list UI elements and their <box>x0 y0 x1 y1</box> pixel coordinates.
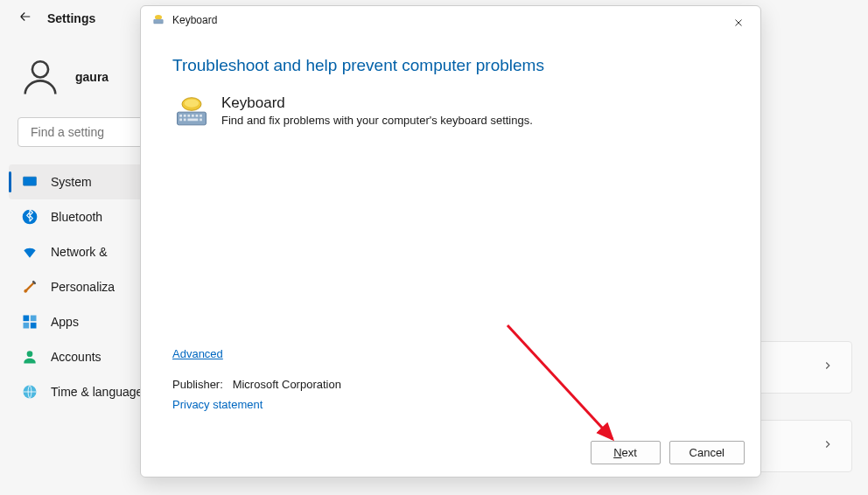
svg-rect-11 <box>154 19 164 24</box>
svg-rect-21 <box>179 119 182 122</box>
sidebar-item-label: Network & <box>51 245 108 259</box>
apps-icon <box>21 313 38 331</box>
sidebar-item-label: System <box>51 175 92 189</box>
svg-rect-22 <box>184 119 186 122</box>
settings-panel <box>756 341 852 495</box>
panel-row[interactable] <box>756 341 852 394</box>
chevron-right-icon <box>822 359 834 375</box>
system-icon <box>21 173 38 191</box>
svg-rect-7 <box>31 323 37 329</box>
svg-rect-24 <box>200 119 202 122</box>
dialog-title: Keyboard <box>172 14 217 26</box>
sidebar-item-label: Bluetooth <box>51 210 102 224</box>
svg-rect-5 <box>31 316 37 322</box>
publisher-value: Microsoft Corporation <box>233 378 341 391</box>
privacy-link[interactable]: Privacy statement <box>172 398 729 411</box>
svg-point-8 <box>27 351 33 357</box>
svg-rect-6 <box>24 323 30 329</box>
sidebar-item-label: Time & language <box>51 385 143 399</box>
svg-rect-20 <box>200 115 202 117</box>
dialog-titlebar: Keyboard <box>141 6 760 34</box>
panel-row[interactable] <box>756 420 852 472</box>
keyboard-section: Keyboard Find and fix problems with your… <box>172 94 729 133</box>
svg-rect-17 <box>187 115 190 117</box>
publisher-label: Publisher: <box>172 378 223 391</box>
svg-rect-19 <box>196 115 199 117</box>
next-label-rest: ext <box>622 446 637 459</box>
svg-point-10 <box>155 15 162 19</box>
sidebar-item-label: Personaliza <box>51 280 115 294</box>
dialog-footer: Next Cancel <box>141 429 760 477</box>
back-button[interactable] <box>18 9 33 28</box>
dialog-heading: Troubleshoot and help prevent computer p… <box>172 56 729 75</box>
svg-rect-16 <box>184 115 186 117</box>
arrow-left-icon <box>18 9 33 24</box>
globe-icon <box>21 383 38 401</box>
user-avatar-icon <box>18 54 63 100</box>
wifi-icon <box>21 243 38 261</box>
paintbrush-icon <box>21 278 38 296</box>
advanced-link[interactable]: Advanced <box>172 347 223 360</box>
keyboard-icon <box>172 94 211 133</box>
svg-rect-23 <box>187 119 198 122</box>
svg-rect-18 <box>192 115 194 117</box>
close-button[interactable] <box>725 13 752 36</box>
cancel-button[interactable]: Cancel <box>669 441 745 464</box>
sidebar-item-label: Accounts <box>51 350 102 364</box>
dialog-body: Troubleshoot and help prevent computer p… <box>141 34 760 429</box>
settings-title: Settings <box>47 11 95 25</box>
user-name: gaura <box>75 70 108 84</box>
keyboard-titlebar-icon <box>151 13 165 27</box>
bluetooth-icon <box>21 208 38 226</box>
svg-rect-15 <box>179 115 182 117</box>
section-description: Find and fix problems with your computer… <box>221 114 533 127</box>
troubleshooter-dialog: Keyboard Troubleshoot and help prevent c… <box>140 5 761 478</box>
svg-point-13 <box>185 100 200 108</box>
section-title: Keyboard <box>221 94 533 112</box>
chevron-right-icon <box>822 438 834 454</box>
sidebar-item-label: Apps <box>51 315 79 329</box>
publisher-row: Publisher: Microsoft Corporation <box>172 378 729 391</box>
svg-rect-4 <box>24 316 30 322</box>
svg-rect-1 <box>24 177 37 185</box>
next-button[interactable]: Next <box>591 441 661 464</box>
close-icon <box>732 17 745 29</box>
keyboard-text: Keyboard Find and fix problems with your… <box>221 94 533 127</box>
accounts-icon <box>21 348 38 366</box>
svg-point-0 <box>32 61 48 77</box>
